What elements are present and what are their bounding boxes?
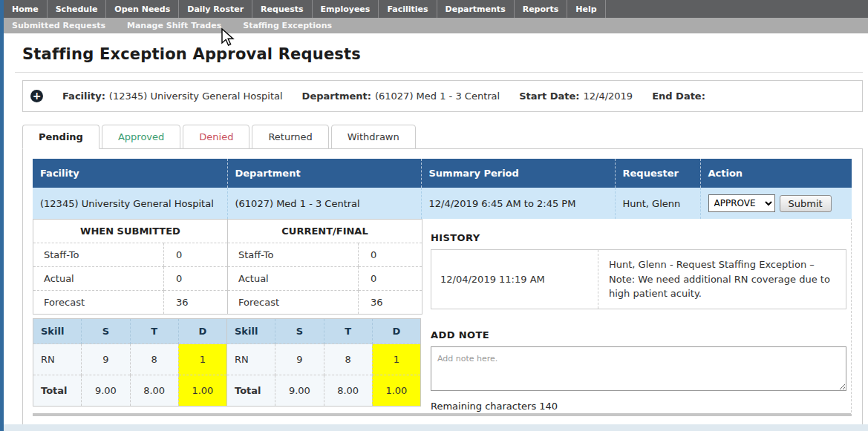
skill-name: RN bbox=[227, 344, 275, 375]
facility-value: (12345) University General Hospital bbox=[109, 91, 283, 102]
pending-requests-panel: Facility Department Summary Period Reque… bbox=[22, 148, 863, 427]
total-label: Total bbox=[227, 375, 275, 407]
history-table: 12/04/2019 11:19 AM Hunt, Glenn - Reques… bbox=[431, 249, 846, 309]
nav-item-open-needs[interactable]: Open Needs bbox=[106, 0, 179, 18]
subnav-item-submitted-requests[interactable]: Submitted Requests bbox=[4, 18, 114, 33]
metric-label: Forecast bbox=[33, 291, 164, 315]
metric-label: Staff-To bbox=[228, 243, 359, 267]
skill-d-value-highlighted: 1 bbox=[178, 344, 226, 375]
when-submitted-skill-table: Skill S T D RN 9 8 1 Total 9.00 8.00 bbox=[33, 318, 227, 407]
history-and-note-section: HISTORY 12/04/2019 11:19 AM Hunt, Glenn … bbox=[431, 219, 851, 412]
current-final-skill-table: Skill S T D RN 9 8 1 Total 9.00 8.00 bbox=[226, 318, 421, 407]
header-requester: Requester bbox=[615, 159, 700, 188]
department-value: (61027) Med 1 - 3 Central bbox=[375, 91, 500, 102]
skill-d-value-highlighted: 1 bbox=[372, 344, 420, 375]
skill-s-value: 9 bbox=[275, 344, 324, 375]
total-s-value: 9.00 bbox=[82, 375, 130, 407]
total-t-value: 8.00 bbox=[130, 375, 178, 407]
nav-item-reports[interactable]: Reports bbox=[515, 0, 568, 18]
nav-item-home[interactable]: Home bbox=[4, 0, 48, 18]
header-department: Department bbox=[227, 159, 421, 188]
history-timestamp: 12/04/2019 11:19 AM bbox=[431, 250, 598, 309]
nav-item-schedule[interactable]: Schedule bbox=[48, 0, 107, 18]
skill-t-value: 8 bbox=[130, 344, 178, 375]
subnav-item-manage-shift-trades[interactable]: Manage Shift Trades bbox=[119, 18, 229, 33]
scheduled-header: S bbox=[275, 319, 324, 344]
total-d-value-highlighted: 1.00 bbox=[178, 375, 226, 407]
nav-item-facilities[interactable]: Facilities bbox=[379, 0, 437, 18]
target-header: T bbox=[130, 319, 178, 344]
title-divider bbox=[15, 72, 863, 73]
skill-total-row: Total 9.00 8.00 1.00 bbox=[227, 375, 421, 407]
total-t-value: 8.00 bbox=[324, 375, 372, 407]
add-note-textarea[interactable] bbox=[431, 346, 846, 391]
metric-value: 36 bbox=[164, 291, 228, 315]
total-d-value-highlighted: 1.00 bbox=[372, 375, 420, 407]
staffing-summary-tables: WHEN SUBMITTED Staff-To 0 Actual 0 Forec… bbox=[33, 219, 422, 407]
skill-header: Skill bbox=[227, 319, 275, 344]
metric-label: Actual bbox=[228, 267, 359, 291]
skill-header: Skill bbox=[33, 319, 82, 344]
nav-item-employees[interactable]: Employees bbox=[313, 0, 379, 18]
nav-item-daily-roster[interactable]: Daily Roster bbox=[179, 0, 252, 18]
tab-returned[interactable]: Returned bbox=[252, 125, 328, 149]
action-select[interactable]: APPROVE bbox=[708, 194, 775, 212]
skill-name: RN bbox=[33, 344, 82, 375]
header-action: Action bbox=[700, 159, 852, 188]
nav-item-departments[interactable]: Departments bbox=[437, 0, 515, 18]
metric-value: 0 bbox=[359, 243, 422, 267]
cell-department: (61027) Med 1 - 3 Central bbox=[227, 188, 421, 219]
page-left-accent-strip bbox=[0, 0, 4, 431]
when-submitted-title: WHEN SUBMITTED bbox=[33, 220, 228, 243]
deficit-header: D bbox=[178, 319, 226, 344]
tab-withdrawn[interactable]: Withdrawn bbox=[331, 125, 416, 149]
tab-pending[interactable]: Pending bbox=[22, 125, 99, 149]
submit-button[interactable]: Submit bbox=[780, 195, 832, 212]
add-note-section: ADD NOTE Remaining characters 140 bbox=[431, 329, 846, 412]
when-submitted-metrics-table: WHEN SUBMITTED Staff-To 0 Actual 0 Forec… bbox=[33, 219, 228, 315]
request-detail-section: WHEN SUBMITTED Staff-To 0 Actual 0 Forec… bbox=[33, 219, 852, 416]
skill-s-value: 9 bbox=[82, 344, 130, 375]
status-tabs: Pending Approved Denied Returned Withdra… bbox=[22, 125, 868, 148]
tab-denied[interactable]: Denied bbox=[183, 125, 249, 149]
metric-label: Staff-To bbox=[33, 243, 164, 267]
cell-summary-period: 12/4/2019 6:45 AM to 2:45 PM bbox=[421, 188, 615, 219]
filter-end-date: End Date: bbox=[652, 91, 709, 102]
end-date-label: End Date: bbox=[652, 91, 705, 102]
secondary-nav: Submitted Requests Manage Shift Trades S… bbox=[4, 18, 868, 33]
scheduled-header: S bbox=[82, 319, 130, 344]
header-facility: Facility bbox=[33, 159, 227, 188]
request-table-header-row: Facility Department Summary Period Reque… bbox=[33, 159, 852, 188]
start-date-label: Start Date: bbox=[519, 91, 579, 102]
subnav-item-staffing-exceptions[interactable]: Staffing Exceptions bbox=[235, 18, 340, 33]
cell-requester: Hunt, Glenn bbox=[615, 188, 700, 219]
filter-department: Department: (61027) Med 1 - 3 Central bbox=[302, 91, 500, 102]
metric-value: 0 bbox=[359, 267, 422, 291]
filter-bar: Facility: (12345) University General Hos… bbox=[22, 80, 863, 112]
current-final-title: CURRENT/FINAL bbox=[228, 220, 422, 243]
header-summary-period: Summary Period bbox=[421, 159, 615, 188]
page-title: Staffing Exception Approval Requests bbox=[22, 45, 868, 63]
nav-item-help[interactable]: Help bbox=[567, 0, 605, 18]
start-date-value: 12/4/2019 bbox=[583, 91, 633, 102]
skill-row-rn: RN 9 8 1 bbox=[33, 344, 227, 375]
skill-row-rn: RN 9 8 1 bbox=[227, 344, 421, 375]
tab-approved[interactable]: Approved bbox=[102, 125, 180, 149]
filter-start-date: Start Date: 12/4/2019 bbox=[519, 91, 633, 102]
history-note: Hunt, Glenn - Request Staffing Exception… bbox=[598, 250, 846, 309]
add-note-title: ADD NOTE bbox=[431, 329, 846, 340]
history-entry: 12/04/2019 11:19 AM Hunt, Glenn - Reques… bbox=[431, 250, 846, 309]
current-final-metrics-table: CURRENT/FINAL Staff-To 0 Actual 0 Foreca… bbox=[227, 219, 422, 315]
cell-facility: (12345) University General Hospital bbox=[33, 188, 227, 219]
history-title: HISTORY bbox=[431, 232, 846, 243]
plus-circle-icon[interactable] bbox=[30, 90, 43, 102]
total-label: Total bbox=[33, 375, 82, 407]
metric-label: Forecast bbox=[228, 291, 359, 315]
nav-item-requests[interactable]: Requests bbox=[252, 0, 312, 18]
metric-value: 0 bbox=[164, 243, 228, 267]
department-label: Department: bbox=[302, 91, 371, 102]
request-table-row: (12345) University General Hospital (610… bbox=[33, 188, 852, 219]
skill-total-row: Total 9.00 8.00 1.00 bbox=[33, 375, 227, 407]
filter-facility: Facility: (12345) University General Hos… bbox=[62, 91, 283, 102]
request-table: Facility Department Summary Period Reque… bbox=[33, 159, 852, 219]
